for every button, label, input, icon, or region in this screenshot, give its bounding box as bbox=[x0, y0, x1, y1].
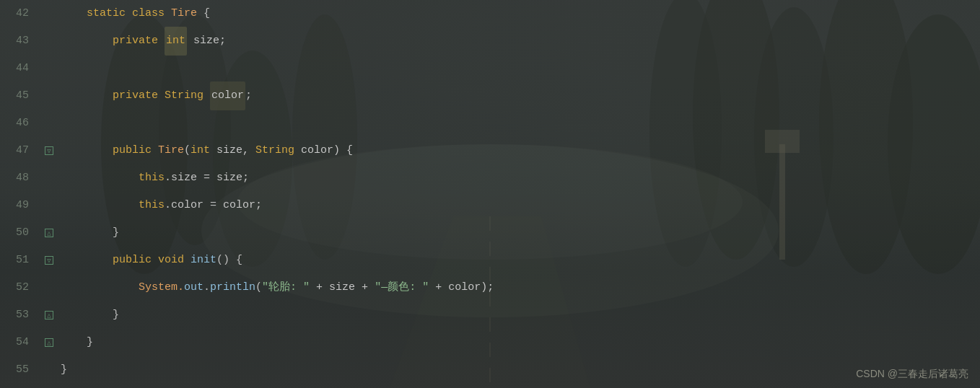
line-num-50: 50 bbox=[0, 219, 29, 247]
keyword-class: class bbox=[132, 0, 171, 27]
dot-1: . bbox=[204, 274, 210, 301]
class-name-tire: Tire bbox=[171, 0, 197, 27]
line-num-42: 42 bbox=[0, 0, 29, 27]
line-num-47: 47 bbox=[0, 137, 29, 164]
method-init: init bbox=[191, 247, 216, 274]
gutter-54[interactable]: △ bbox=[38, 329, 61, 356]
keyword-private-2: private bbox=[61, 82, 165, 110]
close-brace-2: } bbox=[61, 301, 119, 329]
fold-icon-51[interactable]: ▽ bbox=[45, 256, 53, 265]
var-color-highlighted: color bbox=[210, 81, 245, 110]
fold-icon-53[interactable]: △ bbox=[45, 311, 53, 319]
code-line-46 bbox=[61, 110, 980, 137]
fold-icon-47[interactable]: ▽ bbox=[45, 146, 53, 155]
code-line-48: this.size = size; bbox=[61, 164, 980, 192]
line-num-43: 43 bbox=[0, 27, 29, 55]
line-num-51: 51 bbox=[0, 247, 29, 274]
code-line-45: private String color; bbox=[61, 82, 980, 110]
gutter-52 bbox=[38, 274, 61, 301]
code-line-49: this.color = color; bbox=[61, 192, 980, 219]
code-line-47: public Tire(int size, String color) { bbox=[61, 137, 980, 164]
type-string-2: String bbox=[255, 137, 294, 164]
keyword-int-highlighted: int bbox=[165, 27, 187, 56]
line-num-44: 44 bbox=[0, 55, 29, 82]
line-num-48: 48 bbox=[0, 164, 29, 192]
close-brace-4: } bbox=[61, 356, 67, 384]
semicolon-1: ; bbox=[245, 82, 252, 110]
close-brace-1: } bbox=[61, 219, 119, 247]
field-out: out bbox=[184, 274, 204, 301]
gutter-46 bbox=[38, 110, 61, 137]
line-num-49: 49 bbox=[0, 192, 29, 219]
line-num-54: 54 bbox=[0, 329, 29, 356]
keyword-int-2: int bbox=[191, 137, 210, 164]
line-num-52: 52 bbox=[0, 274, 29, 301]
var-size: size; bbox=[187, 27, 226, 55]
code-content: static class Tire { private int size; pr… bbox=[61, 0, 980, 388]
param-size: size, bbox=[210, 137, 255, 164]
fold-icon-54[interactable]: △ bbox=[45, 338, 53, 347]
gutter-50[interactable]: △ bbox=[38, 219, 61, 247]
concat-color: + color); bbox=[429, 274, 494, 301]
string-tire: "轮胎: " bbox=[262, 274, 310, 301]
gutter-43 bbox=[38, 27, 61, 55]
code-gutter: ▽ △ ▽ △ △ bbox=[38, 0, 61, 388]
keyword-static: static bbox=[61, 0, 132, 27]
gutter-48 bbox=[38, 164, 61, 192]
string-color: "—颜色: " bbox=[375, 274, 429, 301]
method-println: println bbox=[210, 274, 255, 301]
gutter-55 bbox=[38, 356, 61, 384]
assign-color: .color = color; bbox=[165, 192, 262, 219]
code-line-52: System.out.println("轮胎: " + size + "—颜色:… bbox=[61, 274, 980, 301]
assign-size: .size = size; bbox=[165, 164, 249, 192]
keyword-void: void bbox=[158, 247, 191, 274]
method-parens: () { bbox=[216, 247, 242, 274]
keyword-private-1: private bbox=[61, 27, 165, 55]
line-numbers: 42 43 44 45 46 47 48 49 50 51 52 53 54 5… bbox=[0, 0, 38, 388]
keyword-this-1: this bbox=[61, 164, 165, 192]
gutter-45 bbox=[38, 82, 61, 110]
keyword-this-2: this bbox=[61, 192, 165, 219]
gutter-42 bbox=[38, 0, 61, 27]
gutter-47[interactable]: ▽ bbox=[38, 137, 61, 164]
type-string-1: String bbox=[165, 82, 204, 110]
constructor-tire: Tire bbox=[158, 137, 184, 164]
code-line-43: private int size; bbox=[61, 27, 980, 55]
code-line-53: } bbox=[61, 301, 980, 329]
line-num-53: 53 bbox=[0, 301, 29, 329]
close-brace-3: } bbox=[61, 329, 93, 356]
class-system: System. bbox=[61, 274, 184, 301]
keyword-public-2: public bbox=[61, 247, 158, 274]
code-line-55: } bbox=[61, 356, 980, 384]
code-line-51: public void init() { bbox=[61, 247, 980, 274]
watermark: CSDN @三春走后诸葛亮 bbox=[856, 368, 968, 381]
gutter-51[interactable]: ▽ bbox=[38, 247, 61, 274]
param-color: color) { bbox=[294, 137, 353, 164]
paren-open-1: ( bbox=[184, 137, 191, 164]
line-num-46: 46 bbox=[0, 110, 29, 137]
gutter-53[interactable]: △ bbox=[38, 301, 61, 329]
keyword-public-1: public bbox=[61, 137, 158, 164]
concat-size: + size + bbox=[310, 274, 375, 301]
paren-open-2: ( bbox=[255, 274, 262, 301]
code-line-50: } bbox=[61, 219, 980, 247]
fold-icon-50[interactable]: △ bbox=[45, 229, 53, 237]
space-1 bbox=[204, 82, 210, 110]
code-line-42: static class Tire { bbox=[61, 0, 980, 27]
code-line-54: } bbox=[61, 329, 980, 356]
code-editor: 42 43 44 45 46 47 48 49 50 51 52 53 54 5… bbox=[0, 0, 980, 388]
brace-open: { bbox=[197, 0, 210, 27]
gutter-44 bbox=[38, 55, 61, 82]
gutter-49 bbox=[38, 192, 61, 219]
line-num-55: 55 bbox=[0, 356, 29, 384]
line-num-45: 45 bbox=[0, 82, 29, 110]
code-line-44 bbox=[61, 55, 980, 82]
